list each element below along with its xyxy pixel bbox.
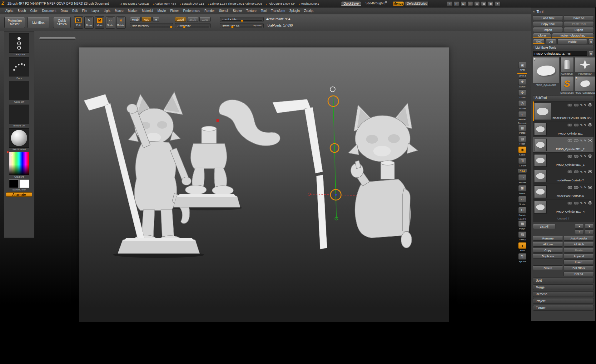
goz-r-button[interactable]: R [588,39,594,44]
right-shelf-button[interactable]: ⇅ Xpose [518,253,526,263]
sculpt-icon[interactable]: ✎ [584,124,587,126]
default-zscript-button[interactable]: DefaultZScript [405,1,429,6]
right-shelf-button[interactable]: ⊞ Move [518,185,526,195]
load-tool-button[interactable]: Load Tool [533,15,563,20]
subtool-item[interactable]: ✎ ✎ PM3D_Cylinder3D1 _4 [533,199,594,215]
menu-item[interactable]: Stroke [231,7,244,14]
move-mode-button[interactable]: Move [95,16,104,29]
focal-shift-slider[interactable]: Focal Shift 0 [220,17,264,22]
transpose-tool-thumbnail[interactable] [9,33,29,53]
subtool-subsection-header[interactable]: Extract [533,305,594,311]
subtool-item[interactable]: ✎ ✎ PM3D_Cylinder3D1 _2 [533,137,594,153]
visibility-eye-icon[interactable] [588,201,592,204]
subtool-item[interactable]: ✎ ✎ Unused 7 [533,215,594,222]
uv-toggle-icon[interactable] [574,139,579,142]
main-color-swatch[interactable] [9,180,19,188]
palette-scroll-icon[interactable]: » [532,11,535,13]
sculpt-icon[interactable]: ✎ [584,202,587,204]
right-shelf-button[interactable]: SPix 3 [517,73,527,77]
gizmo-axis-left-handle[interactable] [308,193,310,195]
subtool-section-header[interactable]: SubTool [533,95,594,100]
right-shelf-button[interactable]: ◉ Local [518,146,526,156]
menu-item[interactable]: Draw [58,7,70,14]
subtool-move-arrow-button[interactable]: ▼ [585,224,594,229]
menu-item[interactable]: Zscript [302,7,315,14]
all-high-button[interactable]: All High [564,242,594,247]
tool-thumbnail[interactable]: PolyMesh3D [575,57,595,75]
right-shelf-button[interactable]: ▭ Frame [518,174,526,184]
subtool-item[interactable]: ✎ ✎ modelPose PEZADO CON BASE PI [533,101,594,121]
right-shelf-button[interactable]: ▤ Floor [518,135,526,145]
export-button[interactable]: Export [564,27,594,32]
titlebar-icon[interactable]: ▣ [488,1,494,6]
subtool-move-arrow-button[interactable]: ↑ [575,229,584,234]
sculpt-icon[interactable]: ✎ [584,170,587,173]
polypaint-toggle-icon[interactable] [568,139,573,142]
see-through-slider[interactable]: See-through 0 [365,2,388,5]
clone-button[interactable]: Clone [533,33,551,38]
titlebar-icon[interactable]: ◫ [467,1,473,6]
polypaint-toggle-icon[interactable] [568,104,573,106]
menu-item[interactable]: Texture [244,7,259,14]
texture-picker[interactable] [9,105,29,124]
polypaint-toggle-icon[interactable] [568,202,573,204]
visibility-eye-icon[interactable] [588,170,592,173]
menu-item[interactable]: Brush [16,7,28,14]
menu-item[interactable]: File [80,7,89,14]
z-intensity-slider[interactable]: Z Intensity [175,23,211,28]
menus-toggle-button[interactable]: Menus [393,1,404,6]
tool-thumbnail[interactable]: 7 PM3D_Cylinder3D1 [575,76,595,94]
zsub-button[interactable]: Zsub [187,17,198,22]
append-button[interactable]: Append [564,253,594,258]
uv-toggle-icon[interactable] [574,124,579,126]
goz-visible-button[interactable]: Visible [557,39,587,44]
list-all-button[interactable]: List All [533,224,555,229]
z-intensity-handle[interactable] [183,26,186,28]
import-button[interactable]: Import [533,27,563,32]
polypaint-toggle-icon[interactable] [568,170,573,173]
draw-size-handle[interactable] [231,26,234,28]
titlebar-icon[interactable]: ▾ [495,1,500,6]
menu-item[interactable]: Macro [113,7,126,14]
paint-icon[interactable]: ✎ [580,202,583,204]
alternate-button[interactable]: Alternate [6,192,32,197]
duplicate-button[interactable]: Duplicate [533,253,563,258]
right-shelf-button[interactable]: ↻ Rotate [518,207,526,217]
menu-item[interactable]: Marker [126,7,140,14]
right-shelf-button[interactable]: ⊕ Scroll [518,78,526,88]
paste-tool-button[interactable]: Paste Tool [564,21,594,26]
gizmo-top-handle[interactable] [330,87,335,92]
menu-item[interactable]: Layer [89,7,102,14]
subtool-item[interactable]: ✎ ✎ modelPose Cortado 6 [533,184,594,199]
paint-icon[interactable]: ✎ [580,104,583,106]
quick-sketch-button[interactable]: Quick Sketch [53,17,71,28]
color-picker[interactable] [9,152,29,175]
rename-button[interactable]: Rename [533,236,563,241]
titlebar-icon[interactable]: ⊞ [460,1,466,6]
right-shelf-button[interactable]: ◐ AAHalf [518,111,526,121]
lightbox-tools-section[interactable]: Lightbox▸Tools [533,45,594,50]
insert-button[interactable]: Insert [564,259,594,264]
rgb-intensity-handle[interactable] [170,26,172,28]
right-shelf-button[interactable]: ▱ Scale [518,196,526,206]
quicksave-button[interactable]: QuickSave [341,1,361,6]
right-shelf-button[interactable]: ◎ Actual [518,100,526,110]
titlebar-icon[interactable]: ◂ [447,1,452,6]
subtool-subsection-header[interactable]: Merge [533,284,594,290]
see-through-handle[interactable] [385,1,387,3]
menu-item[interactable]: Render [202,7,217,14]
paint-icon[interactable]: ✎ [580,139,583,142]
menu-item[interactable]: Stencil [217,7,231,14]
focal-shift-handle[interactable] [241,20,243,22]
visibility-eye-icon[interactable] [588,123,592,126]
subtool-move-arrow-button[interactable]: ▲ [575,224,584,229]
goz-all-button[interactable]: All [546,39,556,44]
draw-size-slider[interactable]: Draw Size 64 Dynamic [220,23,264,28]
sculpt-icon[interactable]: ✎ [584,155,587,158]
visibility-eye-icon[interactable] [588,103,592,106]
subtool-move-arrow-button[interactable]: ↓ [585,229,594,234]
right-shelf-button[interactable]: XYZ [518,168,527,173]
copy-tool-button[interactable]: Copy Tool [533,21,563,26]
visibility-eye-icon[interactable] [588,155,592,158]
visibility-eye-icon[interactable] [588,139,592,142]
